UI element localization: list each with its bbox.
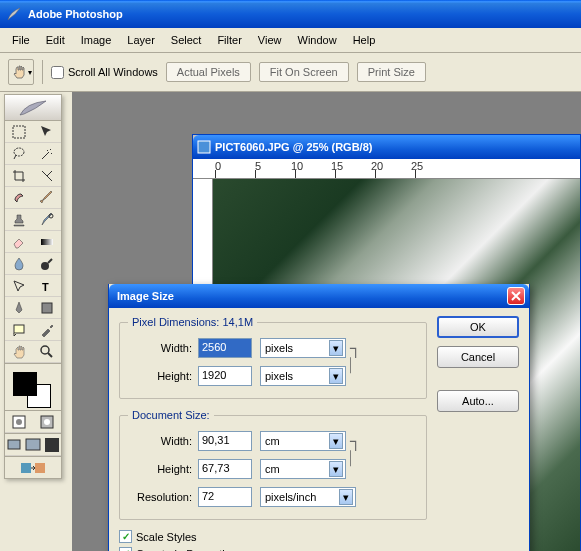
doc-width-label: Width: <box>128 435 198 447</box>
dialog-title-text: Image Size <box>117 290 174 302</box>
actual-pixels-button[interactable]: Actual Pixels <box>166 62 251 82</box>
screen-mode-full-menubar[interactable] <box>24 434 43 456</box>
doc-link-top: ┐ <box>350 432 364 450</box>
pixel-dimensions-legend: Pixel Dimensions: 14,1M <box>128 316 257 328</box>
svg-rect-4 <box>41 239 53 245</box>
stamp-tool[interactable] <box>5 209 33 231</box>
px-height-input[interactable]: 1920 <box>198 366 252 386</box>
doc-width-input[interactable]: 90,31 <box>198 431 252 451</box>
heal-tool[interactable] <box>5 187 33 209</box>
move-tool[interactable] <box>33 121 61 143</box>
notes-tool[interactable] <box>5 319 33 341</box>
options-bar: ▾ Scroll All Windows Actual Pixels Fit O… <box>0 53 581 92</box>
constrain-proportions-checkbox[interactable]: ✓ Constrain Proportions <box>119 547 427 551</box>
px-height-unit-select[interactable]: pixels▾ <box>260 366 346 386</box>
fit-on-screen-button[interactable]: Fit On Screen <box>259 62 349 82</box>
chevron-down-icon: ▾ <box>329 340 343 356</box>
wand-tool[interactable] <box>33 143 61 165</box>
resolution-unit-select[interactable]: pixels/inch▾ <box>260 487 356 507</box>
px-link-top: ┐ <box>350 339 364 357</box>
menu-layer[interactable]: Layer <box>119 32 163 48</box>
document-size-legend: Document Size: <box>128 409 214 421</box>
screen-mode-full[interactable] <box>42 434 61 456</box>
check-icon: ✓ <box>119 530 132 543</box>
doc-width-unit-select[interactable]: cm▾ <box>260 431 346 451</box>
hand-tool[interactable] <box>5 341 33 363</box>
menu-select[interactable]: Select <box>163 32 210 48</box>
menu-edit[interactable]: Edit <box>38 32 73 48</box>
lasso-tool[interactable] <box>5 143 33 165</box>
ok-button[interactable]: OK <box>437 316 519 338</box>
zoom-tool[interactable] <box>33 341 61 363</box>
px-width-input[interactable]: 2560 <box>198 338 252 358</box>
resolution-input[interactable]: 72 <box>198 487 252 507</box>
svg-rect-18 <box>35 463 45 473</box>
history-brush-tool[interactable] <box>33 209 61 231</box>
foreground-color-swatch[interactable] <box>13 372 37 396</box>
px-width-unit-select[interactable]: pixels▾ <box>260 338 346 358</box>
chevron-down-icon: ▾ <box>329 433 343 449</box>
crop-tool[interactable] <box>5 165 33 187</box>
menu-filter[interactable]: Filter <box>209 32 249 48</box>
scale-styles-checkbox[interactable]: ✓ Scale Styles <box>119 530 427 543</box>
cancel-button[interactable]: Cancel <box>437 346 519 368</box>
toolbox: T <box>4 94 62 479</box>
brush-tool[interactable] <box>33 187 61 209</box>
dodge-tool[interactable] <box>33 253 61 275</box>
eyedropper-tool[interactable] <box>33 319 61 341</box>
menu-image[interactable]: Image <box>73 32 120 48</box>
type-tool[interactable]: T <box>33 275 61 297</box>
auto-button[interactable]: Auto... <box>437 390 519 412</box>
doc-height-label: Height: <box>128 463 198 475</box>
px-width-label: Width: <box>128 342 198 354</box>
menu-window[interactable]: Window <box>290 32 345 48</box>
pixel-dimensions-group: Pixel Dimensions: 14,1M Width: 2560 pixe… <box>119 316 427 399</box>
svg-point-13 <box>44 419 50 425</box>
hand-tool-preset[interactable]: ▾ <box>8 59 34 85</box>
toolbox-header[interactable] <box>5 95 61 121</box>
svg-rect-1 <box>13 126 25 138</box>
menu-help[interactable]: Help <box>345 32 384 48</box>
chevron-down-icon: ▾ <box>28 68 32 77</box>
close-button[interactable] <box>507 287 525 305</box>
path-tool[interactable] <box>5 275 33 297</box>
document-size-group: Document Size: Width: 90,31 cm▾ ┐ Height… <box>119 409 427 520</box>
svg-rect-15 <box>26 439 40 450</box>
menu-view[interactable]: View <box>250 32 290 48</box>
slice-tool[interactable] <box>33 165 61 187</box>
menu-file[interactable]: File <box>4 32 38 48</box>
print-size-button[interactable]: Print Size <box>357 62 426 82</box>
check-icon: ✓ <box>119 547 132 551</box>
doc-height-unit-select[interactable]: cm▾ <box>260 459 346 479</box>
shape-tool[interactable] <box>33 297 61 319</box>
pen-tool[interactable] <box>5 297 33 319</box>
scroll-all-windows-checkbox[interactable]: Scroll All Windows <box>51 66 158 79</box>
marquee-tool[interactable] <box>5 121 33 143</box>
svg-rect-17 <box>21 463 31 473</box>
color-swatches[interactable] <box>5 363 61 411</box>
blur-tool[interactable] <box>5 253 33 275</box>
eraser-tool[interactable] <box>5 231 33 253</box>
svg-rect-0 <box>198 141 210 153</box>
svg-rect-14 <box>8 440 20 449</box>
gradient-tool[interactable] <box>33 231 61 253</box>
quickmask-off[interactable] <box>5 411 33 433</box>
scroll-all-label: Scroll All Windows <box>68 66 158 78</box>
app-title: Adobe Photoshop <box>28 8 123 20</box>
svg-rect-16 <box>45 438 59 452</box>
svg-point-11 <box>16 419 22 425</box>
link-icon: ⎸ <box>350 449 364 467</box>
screen-mode-standard[interactable] <box>5 434 24 456</box>
app-icon <box>6 6 22 22</box>
document-title: PICT6060.JPG @ 25% (RGB/8) <box>215 141 372 153</box>
document-titlebar[interactable]: PICT6060.JPG @ 25% (RGB/8) <box>193 135 580 159</box>
quickmask-on[interactable] <box>33 411 61 433</box>
dialog-titlebar[interactable]: Image Size <box>109 284 529 308</box>
imageready-jump[interactable] <box>5 456 61 478</box>
app-titlebar: Adobe Photoshop <box>0 0 581 28</box>
document-icon <box>197 140 211 154</box>
ruler-horizontal[interactable]: 0 5 10 15 20 25 <box>193 159 580 179</box>
imageready-icon <box>21 461 45 475</box>
scroll-all-checkbox-input[interactable] <box>51 66 64 79</box>
doc-height-input[interactable]: 67,73 <box>198 459 252 479</box>
